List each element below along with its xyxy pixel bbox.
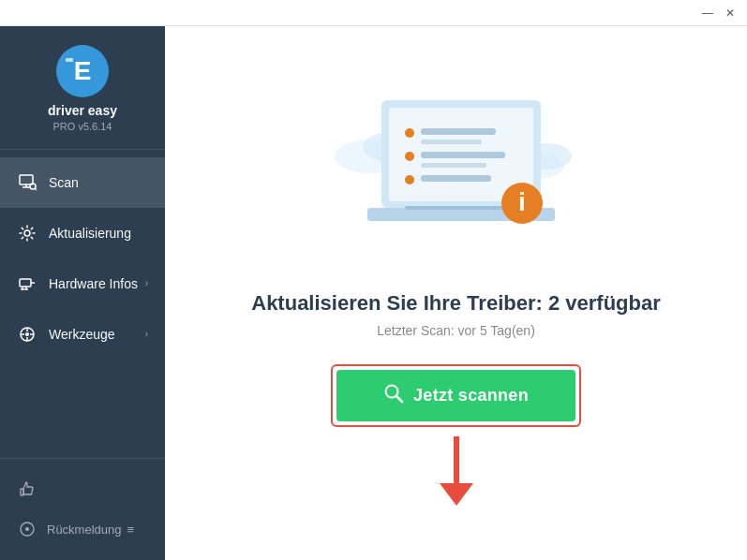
svg-rect-20: [21, 489, 23, 495]
sidebar-item-aktualisierung[interactable]: Aktualisierung: [0, 208, 165, 258]
app-container: E driver easy PRO v5.6.14 Scan: [0, 26, 747, 560]
feedback-icon: [17, 519, 37, 539]
svg-text:E: E: [74, 56, 92, 85]
search-icon: [383, 383, 404, 408]
chevron-right-icon: ›: [145, 278, 148, 288]
svg-rect-9: [20, 279, 31, 287]
sidebar-item-scan-label: Scan: [49, 175, 79, 190]
svg-rect-31: [421, 140, 482, 144]
arrow-head: [440, 483, 473, 506]
close-button[interactable]: ✕: [721, 4, 740, 22]
svg-rect-2: [66, 58, 73, 62]
arrow-shaft: [454, 436, 459, 483]
svg-point-15: [25, 332, 29, 336]
thumbsup-button[interactable]: [0, 470, 165, 509]
svg-rect-36: [421, 175, 491, 182]
app-logo-icon: E: [56, 45, 109, 97]
svg-line-42: [396, 396, 402, 402]
sidebar-item-werkzeuge[interactable]: Werkzeuge ›: [0, 309, 165, 360]
scan-button-label: Jetzt scannen: [413, 386, 529, 405]
feedback-menu-icon: ≡: [127, 523, 135, 537]
svg-rect-30: [421, 128, 496, 135]
logo-text: driver easy: [48, 103, 117, 119]
svg-point-29: [405, 128, 414, 138]
sidebar-nav: Scan Aktualisierung: [0, 150, 165, 458]
scan-button-wrapper: Jetzt scannen: [331, 364, 581, 427]
sidebar-logo: E driver easy PRO v5.6.14: [0, 26, 165, 150]
svg-text:i: i: [518, 187, 526, 216]
minimize-button[interactable]: —: [698, 4, 717, 22]
feedback-button[interactable]: Rückmeldung ≡: [0, 509, 165, 549]
svg-rect-3: [20, 175, 33, 184]
title-bar: — ✕: [0, 0, 747, 26]
hardware-icon: [17, 273, 37, 294]
sidebar-item-hardware-infos-label: Hardware Infos: [49, 276, 138, 291]
sidebar: E driver easy PRO v5.6.14 Scan: [0, 26, 165, 560]
scan-button[interactable]: Jetzt scannen: [336, 370, 575, 421]
thumbs-up-icon: [17, 479, 37, 500]
svg-point-32: [405, 152, 414, 161]
svg-rect-34: [421, 163, 486, 168]
sidebar-item-aktualisierung-label: Aktualisierung: [49, 226, 131, 241]
svg-point-22: [25, 527, 29, 531]
laptop-illustration: i: [316, 81, 597, 269]
svg-point-35: [405, 175, 414, 184]
sidebar-item-hardware-infos[interactable]: Hardware Infos ›: [0, 258, 165, 309]
sidebar-item-werkzeuge-label: Werkzeuge: [49, 327, 115, 342]
svg-line-7: [36, 188, 37, 190]
main-content: i Aktualisieren Sie Ihre Treiber: 2 verf…: [165, 26, 747, 560]
svg-rect-38: [405, 206, 517, 210]
feedback-label: Rückmeldung: [47, 523, 122, 537]
main-title: Aktualisieren Sie Ihre Treiber: 2 verfüg…: [251, 291, 661, 316]
svg-point-8: [24, 230, 30, 236]
sidebar-bottom: Rückmeldung ≡: [0, 458, 165, 560]
monitor-scan-icon: [17, 172, 37, 193]
arrow-indicator: [440, 436, 473, 506]
main-subtitle: Letzter Scan: vor 5 Tag(en): [377, 323, 535, 338]
sidebar-item-scan[interactable]: Scan: [0, 157, 165, 208]
chevron-right-icon: ›: [145, 329, 148, 339]
tools-icon: [17, 324, 37, 345]
logo-version: PRO v5.6.14: [53, 121, 112, 132]
svg-rect-33: [421, 152, 505, 158]
gear-icon: [17, 223, 37, 243]
